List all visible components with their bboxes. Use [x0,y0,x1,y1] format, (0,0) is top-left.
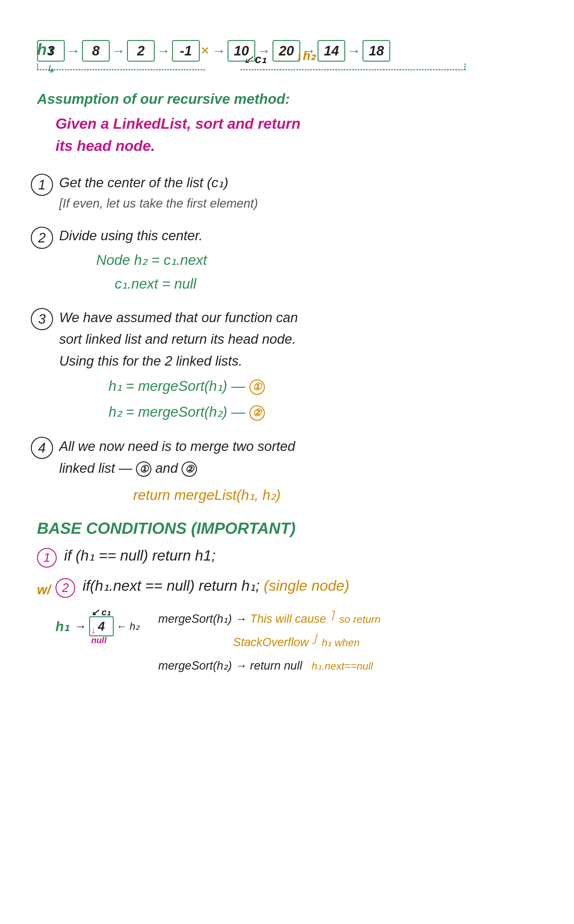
step-2-text: Divide using this center. [59,228,203,243]
step-3: 3 We have assumed that our function can … [31,307,555,423]
step-2: 2 Divide using this center. Node h₂ = c₁… [31,225,555,294]
diagram-section: h₁ ↙ c₁ ↓ h₂ ↳ 3 → 8 → 2 → -1 ✕ → 10 → 2… [19,40,555,72]
circle-1: ① [249,379,265,395]
node-2: 2 [127,40,155,61]
step-3-eq2: h₂ = mergeSort(h₂) — ② [109,401,298,423]
brace: ⎫ [330,611,336,620]
brace2: ⎭ [312,634,319,644]
step-4: 4 All we now need is to merge two sorted… [31,435,555,506]
assumption-body: Given a LinkedList, sort and return its … [55,113,555,157]
step-1-sub: [If even, let us take the first element) [59,196,258,210]
base-item-1: 1 if (h₁ == null) return h1; [37,547,555,568]
step-4-content: All we now need is to merge two sorted l… [59,435,295,506]
step-1-text: Get the center of the list (c₁) [59,175,229,190]
right-annotations: mergeSort(h₁) → This will cause ⎫ so ret… [158,607,380,677]
base-1-text: if (h₁ == null) return h1; [64,547,216,564]
bracket-left [37,63,205,70]
node-8: 8 [82,40,110,61]
step-1-content: Get the center of the list (c₁) [If even… [59,173,258,213]
step-3-eq1: h₁ = mergeSort(h₁) — ① [109,375,298,398]
base-2-number: 2 [55,578,75,598]
h1-small-label: h₁ [55,618,69,634]
circle-1b: ① [136,461,151,477]
arrow-1: → [66,43,80,58]
cross-mark: ✕ [200,44,210,57]
step-3-text: We have assumed that our function can so… [59,310,298,368]
circle-2: ② [249,405,265,421]
base-2-text: if(h₁.next == null) return h₁; (single n… [83,577,349,594]
h1-next-null-text: h₁.next==null [312,660,373,672]
assumption-title: Assumption of our recursive method: [37,91,555,107]
linked-list: 3 → 8 → 2 → -1 ✕ → 10 → 20 → 14 → 18 [37,40,555,61]
step-3-content: We have assumed that our function can so… [59,307,298,423]
step-4-text: All we now need is to merge two sorted l… [59,438,295,475]
small-diagram-row: h₁ → ↙ c₁ 4 ↓ null ← h₂ mergeSort(h₁) → … [55,607,555,677]
step-2-code1: Node h₂ = c₁.next [96,250,207,271]
null-small-label: ↓ null [91,625,113,645]
merge-sort-3-line: mergeSort(h₂) → return null h₁.next==nul… [158,654,380,677]
base-conditions-section: BASE CONDITIONS (IMPORTANT) 1 if (h₁ == … [37,519,555,677]
step-3-number: 3 [31,308,53,330]
arrow-2: → [112,43,125,58]
node-20: 20 [273,40,300,61]
dashed-brackets [37,63,555,72]
w2-label: w/ [37,582,50,597]
base-item-2-wrapper: w/ 2 if(h₁.next == null) return h₁; (sin… [37,577,555,598]
base-item-2: 2 if(h₁.next == null) return h₁; (single… [55,577,555,598]
node-14: 14 [317,40,345,61]
assumption-line1: Given a LinkedList, sort and return [55,115,301,132]
step-4-return: return mergeList(h₁, h₂) [133,484,295,507]
step-2-code2: c₁.next = null [115,273,207,294]
node-neg1: -1 [172,40,200,61]
merge-sort-1-line: mergeSort(h₁) → This will cause ⎫ so ret… [158,607,380,630]
h2-small-label: ← h₂ [116,620,140,632]
assumption-section: Assumption of our recursive method: Give… [37,91,555,157]
step-2-number: 2 [31,227,53,249]
arrow-3: → [157,43,170,58]
base-1-number: 1 [37,548,57,568]
page: h₁ ↙ c₁ ↓ h₂ ↳ 3 → 8 → 2 → -1 ✕ → 10 → 2… [0,0,574,924]
assumption-line2: its head node. [55,138,155,154]
arrow-7: → [347,43,361,58]
bracket-right [240,63,465,70]
step-1-number: 1 [31,174,53,196]
step-4-number: 4 [31,437,53,459]
node-10: 10 [227,40,255,61]
circle-2b: ② [181,461,197,477]
small-arrow: → [74,619,87,633]
cause-text: This will cause [250,612,326,625]
arrow-4: → [212,43,226,58]
step-2-content: Divide using this center. Node h₂ = c₁.n… [59,225,207,294]
h1-when-text: h₁ when [322,636,360,648]
node-3: 3 [37,40,65,61]
steps-section: 1 Get the center of the list (c₁) [If ev… [31,173,555,507]
so-return-text: so return [339,613,380,625]
node-18: 18 [363,40,390,61]
small-list-diagram: h₁ → ↙ c₁ 4 ↓ null ← h₂ [55,616,140,636]
stackoverflow-text: StackOverflow [233,636,309,649]
merge-sort-2-line: StackOverflow ⎭ h₁ when [158,630,380,654]
small-node-4: ↙ c₁ 4 ↓ null [89,616,114,636]
base-conditions-title: BASE CONDITIONS (IMPORTANT) [37,519,555,537]
c1-small-label: ↙ c₁ [91,607,110,618]
step-1: 1 Get the center of the list (c₁) [If ev… [31,173,555,213]
